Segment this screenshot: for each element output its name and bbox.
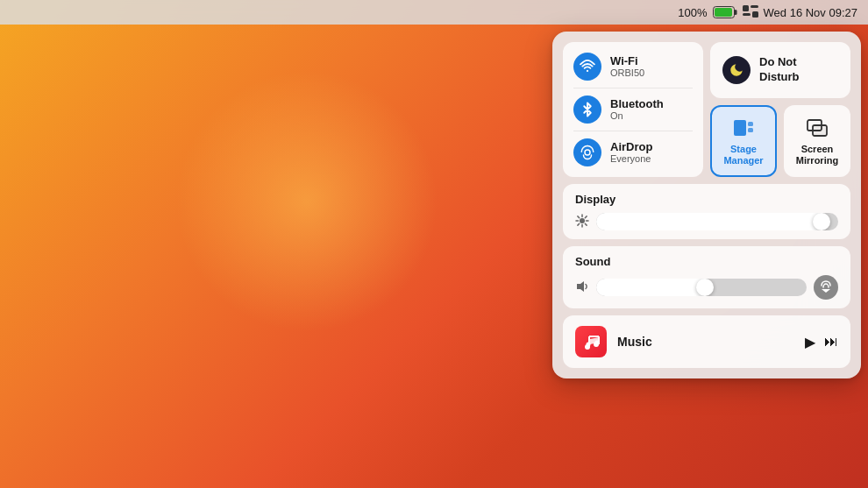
dnd-title: Do NotDisturb <box>759 55 800 85</box>
display-slider-track[interactable] <box>596 213 838 230</box>
screen-mirroring-panel[interactable]: Screen Mirroring <box>784 105 850 177</box>
svg-point-15 <box>580 218 585 223</box>
svg-rect-11 <box>748 128 753 132</box>
display-slider-row <box>575 213 838 230</box>
sound-slider-track[interactable] <box>596 279 807 296</box>
music-controls: ▶ ⏭ <box>805 334 838 350</box>
svg-line-20 <box>578 216 580 217</box>
sound-slider-thumb <box>696 279 714 296</box>
airdrop-title: AirDrop <box>610 140 652 154</box>
svg-rect-9 <box>734 120 746 136</box>
svg-line-21 <box>585 223 587 225</box>
bluetooth-subtitle: On <box>610 110 664 122</box>
svg-rect-6 <box>752 11 758 18</box>
wifi-item[interactable]: Wi-Fi ORBI50 <box>563 46 703 88</box>
svg-rect-3 <box>743 5 749 11</box>
airdrop-item[interactable]: AirDrop Everyone <box>563 131 703 173</box>
bluetooth-text: Bluetooth On <box>610 97 664 123</box>
sound-section: Sound <box>563 246 850 308</box>
wifi-subtitle: ORBI50 <box>610 67 644 79</box>
svg-line-22 <box>585 216 587 217</box>
bottom-right-row: Stage Manager Screen Mirroring <box>710 105 850 177</box>
battery-icon <box>713 6 737 18</box>
control-center-panel: Wi-Fi ORBI50 Bluetooth On <box>552 32 861 378</box>
airdrop-subtitle: Everyone <box>610 153 652 165</box>
stage-manager-label: Stage Manager <box>719 144 768 166</box>
battery-percent: 100% <box>678 6 707 19</box>
bluetooth-icon <box>573 95 601 124</box>
display-slider-thumb <box>813 213 830 230</box>
display-section: Display <box>563 184 850 239</box>
svg-rect-5 <box>743 13 751 16</box>
wifi-title: Wi-Fi <box>610 54 644 68</box>
airdrop-text: AirDrop Everyone <box>610 140 652 166</box>
stage-manager-panel[interactable]: Stage Manager <box>710 105 777 177</box>
wifi-icon <box>573 53 601 81</box>
sound-slider-row <box>575 275 838 300</box>
do-not-disturb-panel[interactable]: Do NotDisturb <box>710 42 850 98</box>
control-center-icon[interactable] <box>743 5 758 20</box>
airdrop-icon <box>573 138 601 166</box>
sound-slider-fill <box>596 279 712 296</box>
svg-rect-1 <box>734 10 736 15</box>
brightness-icon <box>575 214 589 230</box>
music-section: Music ▶ ⏭ <box>563 315 850 368</box>
sound-label: Sound <box>575 255 838 268</box>
play-button[interactable]: ▶ <box>805 334 815 350</box>
music-app-icon <box>575 326 607 357</box>
volume-icon <box>575 279 589 296</box>
svg-point-8 <box>585 150 590 155</box>
svg-point-32 <box>595 341 600 345</box>
right-panels: Do NotDisturb Stage Manager <box>710 42 850 177</box>
bluetooth-title: Bluetooth <box>610 97 664 111</box>
screen-mirroring-label: Screen Mirroring <box>791 144 843 166</box>
datetime: Wed 16 Nov 09:27 <box>764 6 857 19</box>
svg-line-23 <box>578 223 580 225</box>
top-grid: Wi-Fi ORBI50 Bluetooth On <box>563 42 850 177</box>
airplay-icon[interactable] <box>814 275 838 300</box>
dnd-icon <box>722 56 751 84</box>
svg-point-31 <box>587 343 591 347</box>
display-slider-fill <box>596 213 829 230</box>
svg-rect-2 <box>715 8 732 17</box>
menubar-right: 100% Wed 16 Nov 09:27 <box>678 5 857 20</box>
screen-mirroring-icon <box>805 116 829 140</box>
menubar: 100% Wed 16 Nov 09:27 <box>0 0 868 25</box>
connectivity-panel: Wi-Fi ORBI50 Bluetooth On <box>563 42 703 177</box>
svg-point-7 <box>587 70 588 72</box>
skip-button[interactable]: ⏭ <box>824 334 838 350</box>
svg-rect-14 <box>814 126 826 135</box>
music-app-label: Music <box>617 335 794 349</box>
svg-marker-24 <box>577 281 584 292</box>
bluetooth-item[interactable]: Bluetooth On <box>563 88 703 131</box>
svg-rect-10 <box>748 122 753 126</box>
wifi-text: Wi-Fi ORBI50 <box>610 54 644 80</box>
stage-manager-icon <box>731 116 756 140</box>
svg-rect-4 <box>751 5 758 8</box>
display-label: Display <box>575 193 838 206</box>
